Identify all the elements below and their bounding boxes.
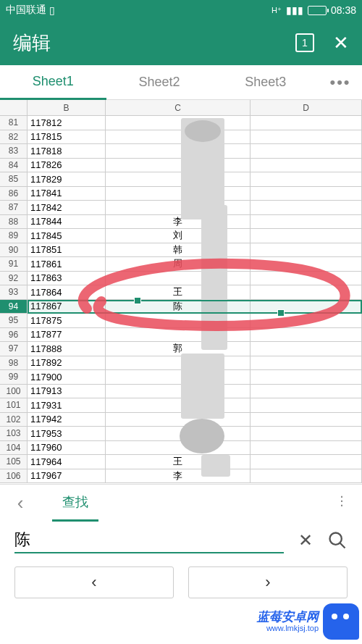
table-row[interactable]: 98117892: [0, 356, 362, 371]
cell[interactable]: [251, 385, 362, 399]
row-header[interactable]: 91: [0, 257, 28, 272]
row-header[interactable]: 89: [0, 229, 28, 243]
cell[interactable]: [106, 272, 251, 286]
cell[interactable]: [251, 172, 362, 187]
table-row[interactable]: 82117815: [0, 130, 362, 145]
cell[interactable]: [106, 328, 251, 343]
table-row[interactable]: 94117867陈: [0, 300, 362, 314]
cell[interactable]: [106, 159, 251, 173]
col-header-b[interactable]: B: [28, 100, 106, 116]
cell[interactable]: [106, 385, 251, 399]
row-header[interactable]: 92: [0, 272, 28, 286]
cell[interactable]: 117845: [28, 229, 106, 243]
cell[interactable]: 117818: [28, 144, 106, 159]
row-header[interactable]: 81: [0, 116, 28, 130]
cell[interactable]: [106, 398, 251, 413]
cell[interactable]: 117815: [28, 130, 106, 145]
row-header[interactable]: 98: [0, 356, 28, 371]
cell[interactable]: 李: [106, 215, 251, 230]
cell[interactable]: [251, 215, 362, 230]
cell[interactable]: 117913: [28, 385, 106, 399]
sheet-tab-more[interactable]: •••: [319, 73, 362, 92]
row-header[interactable]: 100: [0, 385, 28, 399]
cell[interactable]: [251, 201, 362, 215]
table-row[interactable]: 91117861周: [0, 257, 362, 272]
row-header[interactable]: 106: [0, 469, 28, 484]
cell[interactable]: 刘: [106, 229, 251, 243]
cell[interactable]: 陈: [106, 300, 251, 314]
table-row[interactable]: 96117877: [0, 328, 362, 343]
col-header-d[interactable]: D: [251, 100, 362, 116]
cell[interactable]: [251, 243, 362, 258]
table-row[interactable]: 95117875: [0, 314, 362, 328]
table-row[interactable]: 85117829: [0, 172, 362, 187]
search-input[interactable]: [14, 530, 284, 549]
table-row[interactable]: 90117851韩: [0, 243, 362, 258]
row-header[interactable]: 84: [0, 159, 28, 173]
cell[interactable]: 117841: [28, 187, 106, 201]
cell[interactable]: [106, 116, 251, 130]
table-row[interactable]: 103117953: [0, 427, 362, 441]
cell[interactable]: 117842: [28, 201, 106, 215]
close-button[interactable]: ✕: [333, 32, 349, 54]
cell[interactable]: [251, 441, 362, 456]
row-header[interactable]: 85: [0, 172, 28, 187]
find-menu-button[interactable]: ···: [327, 493, 356, 513]
cell[interactable]: [251, 159, 362, 173]
cell[interactable]: 117964: [28, 455, 106, 469]
row-header[interactable]: 103: [0, 427, 28, 441]
cell[interactable]: [251, 370, 362, 385]
search-next-button[interactable]: ›: [188, 566, 348, 598]
cell[interactable]: [106, 314, 251, 328]
cell[interactable]: [251, 342, 362, 356]
sheet-tab-1[interactable]: Sheet1: [0, 65, 106, 100]
row-header[interactable]: 86: [0, 187, 28, 201]
table-row[interactable]: 106117967李: [0, 469, 362, 484]
row-header[interactable]: 102: [0, 413, 28, 427]
cell[interactable]: 117877: [28, 328, 106, 343]
table-row[interactable]: 87117842: [0, 201, 362, 215]
window-tabs-button[interactable]: 1: [295, 33, 314, 52]
cell[interactable]: 117851: [28, 243, 106, 258]
cell[interactable]: 117942: [28, 413, 106, 427]
cell[interactable]: 117875: [28, 314, 106, 328]
row-header[interactable]: 104: [0, 441, 28, 456]
cell[interactable]: 周: [106, 257, 251, 272]
row-header[interactable]: 105: [0, 455, 28, 469]
cell[interactable]: 117826: [28, 159, 106, 173]
row-header[interactable]: 96: [0, 328, 28, 343]
cell[interactable]: [106, 370, 251, 385]
cell[interactable]: [106, 144, 251, 159]
cell[interactable]: [251, 469, 362, 484]
cell[interactable]: [251, 427, 362, 441]
spreadsheet-grid[interactable]: B C D 8111781282117815831178188411782685…: [0, 100, 362, 484]
row-header[interactable]: 93: [0, 285, 28, 300]
cell[interactable]: [251, 314, 362, 328]
table-row[interactable]: 92117863: [0, 272, 362, 286]
cell[interactable]: [106, 187, 251, 201]
cell[interactable]: 王: [106, 285, 251, 300]
cell[interactable]: [106, 413, 251, 427]
cell[interactable]: 117953: [28, 427, 106, 441]
cell[interactable]: [251, 229, 362, 243]
search-clear-button[interactable]: ✕: [292, 530, 319, 551]
cell[interactable]: [106, 427, 251, 441]
col-header-c[interactable]: C: [106, 100, 251, 116]
cell[interactable]: [251, 144, 362, 159]
cell[interactable]: 李: [106, 469, 251, 484]
cell[interactable]: 117967: [28, 469, 106, 484]
cell[interactable]: 郭: [106, 342, 251, 356]
cell[interactable]: 117864: [28, 285, 106, 300]
row-header[interactable]: 82: [0, 130, 28, 145]
cell[interactable]: 117900: [28, 370, 106, 385]
row-header[interactable]: 97: [0, 342, 28, 356]
cell[interactable]: 117844: [28, 215, 106, 230]
cell[interactable]: 王: [106, 455, 251, 469]
table-row[interactable]: 93117864王: [0, 285, 362, 300]
cell[interactable]: 117888: [28, 342, 106, 356]
cell[interactable]: [251, 413, 362, 427]
row-header[interactable]: 90: [0, 243, 28, 258]
cell[interactable]: 117867: [28, 300, 106, 314]
row-header[interactable]: 87: [0, 201, 28, 215]
row-header[interactable]: 94: [0, 300, 28, 314]
